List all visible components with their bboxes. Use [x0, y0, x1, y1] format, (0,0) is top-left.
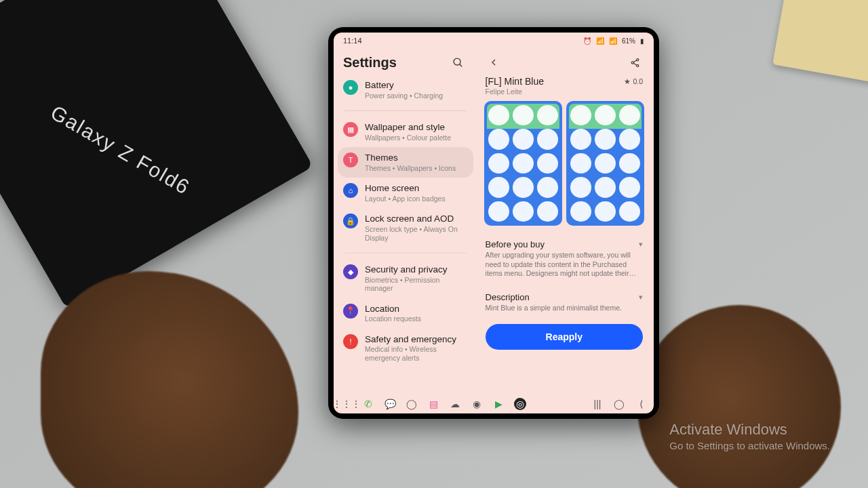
chevron-down-icon[interactable]: ▾: [639, 240, 643, 249]
wood-block: [772, 0, 868, 83]
preview-icon: [619, 105, 640, 125]
sidebar-item-label: Safety and emergency: [365, 334, 468, 345]
before-you-buy-section[interactable]: Before you buy ▾ After upgrading your sy…: [480, 232, 648, 285]
preview-icon: [619, 201, 640, 222]
preview-icon: [537, 129, 558, 149]
preview-icon: [595, 153, 616, 174]
divider: [344, 110, 467, 111]
shield-icon: ◆: [343, 264, 358, 279]
reapply-button[interactable]: Reapply: [486, 324, 643, 350]
sidebar-item-safety[interactable]: ! Safety and emergency Medical info • Wi…: [338, 329, 473, 368]
preview-icon: [488, 153, 509, 174]
taskbar: ⋮⋮⋮ ✆ 💬 ◯ ▤ ☁ ◉ ▶ ◎ ||| ◯ ⟨: [334, 394, 654, 413]
preview-icon: [488, 105, 509, 125]
theme-title: [FL] Mint Blue: [486, 76, 544, 87]
preview-icon: [513, 105, 534, 125]
theme-header-bar: [480, 49, 648, 75]
nav-recents-icon[interactable]: |||: [591, 398, 604, 410]
wifi-icon: 📶: [596, 37, 604, 45]
settings-header: Settings: [334, 49, 477, 75]
sidebar-item-sub: Medical info • Wireless emergency alerts: [365, 345, 468, 362]
section-body: Mint Blue is a simple and minimalist the…: [486, 304, 643, 317]
preview-icon: [595, 201, 616, 222]
themes-icon: T: [343, 152, 358, 167]
browser-app-icon[interactable]: ◯: [406, 398, 418, 410]
location-icon: 📍: [343, 304, 358, 319]
sidebar-item-label: Security and privacy: [365, 264, 468, 275]
settings-list[interactable]: ● Battery Power saving • Charging ▦ Wall…: [334, 75, 477, 394]
svg-line-5: [633, 60, 637, 62]
sidebar-item-lock-screen[interactable]: 🔒 Lock screen and AOD Screen lock type •…: [338, 208, 473, 247]
sidebar-labels: Location Location requests: [365, 304, 421, 323]
sidebar-item-sub: Wallpapers • Colour palette: [365, 134, 451, 142]
sidebar-item-sub: Themes • Wallpapers • Icons: [365, 164, 456, 173]
preview-icon: [537, 153, 558, 174]
preview-icon: [537, 105, 558, 125]
page-title: Settings: [343, 55, 397, 70]
preview-icon: [595, 129, 616, 149]
sidebar-labels: Battery Power saving • Charging: [365, 80, 443, 100]
lock-icon: 🔒: [343, 214, 358, 228]
notes-app-icon[interactable]: ▤: [427, 398, 439, 410]
nav-home-icon[interactable]: ◯: [613, 398, 625, 410]
split-panes: Settings ● Battery Power saving • Chargi…: [334, 49, 654, 394]
preview-icon: [537, 201, 558, 222]
sidebar-item-battery[interactable]: ● Battery Power saving • Charging: [338, 75, 473, 105]
messages-app-icon[interactable]: 💬: [384, 398, 396, 410]
status-icons: ⏰ 📶 📶 61% ▮: [580, 37, 644, 45]
preview-icon: [570, 201, 591, 222]
sidebar-item-location[interactable]: 📍 Location Location requests: [338, 298, 473, 329]
camera-app-icon[interactable]: ◉: [471, 398, 483, 410]
product-box: Galaxy Z Fold6: [0, 0, 313, 309]
sidebar-labels: Themes Themes • Wallpapers • Icons: [365, 152, 456, 172]
back-icon[interactable]: [484, 53, 503, 72]
status-time: 11:14: [343, 37, 362, 45]
description-section[interactable]: Description ▾ Mint Blue is a simple and …: [480, 285, 648, 320]
theme-rating: ★ 0.0: [624, 77, 643, 85]
product-box-text: Galaxy Z Fold6: [47, 101, 194, 199]
hand-left: [41, 271, 298, 488]
theme-preview-2[interactable]: [566, 101, 644, 226]
theme-preview-1[interactable]: [484, 101, 562, 226]
weather-app-icon[interactable]: ☁: [449, 398, 461, 410]
themes-app-icon[interactable]: ◎: [514, 398, 526, 410]
sidebar-item-sub: Power saving • Charging: [365, 92, 443, 100]
sidebar-item-sub: Layout • App icon badges: [365, 195, 446, 203]
sidebar-item-security[interactable]: ◆ Security and privacy Biometrics • Perm…: [338, 259, 473, 298]
preview-icon: [595, 105, 616, 125]
sidebar-item-sub: Screen lock type • Always On Display: [365, 225, 468, 242]
sidebar-item-wallpaper[interactable]: ▦ Wallpaper and style Wallpapers • Colou…: [338, 117, 473, 147]
chevron-down-icon[interactable]: ▾: [639, 293, 643, 302]
preview-icon: [537, 177, 558, 197]
preview-icon: [513, 153, 534, 174]
preview-icon: [513, 201, 534, 222]
preview-icon: [513, 129, 534, 149]
sidebar-item-themes[interactable]: T Themes Themes • Wallpapers • Icons: [338, 147, 473, 178]
watermark-line1: Activate Windows: [669, 421, 830, 439]
preview-icon: [619, 129, 640, 149]
sidebar-item-label: Location: [365, 304, 421, 314]
battery-icon: ●: [343, 80, 358, 95]
section-title: Before you buy: [486, 239, 545, 249]
signal-icon: 📶: [609, 37, 617, 45]
screen: 11:14 ⏰ 📶 📶 61% ▮ Settings: [334, 33, 654, 413]
phone-frame: 11:14 ⏰ 📶 📶 61% ▮ Settings: [328, 27, 659, 419]
theme-previews[interactable]: [480, 100, 648, 232]
apps-grid-icon[interactable]: ⋮⋮⋮: [340, 398, 353, 410]
nav-back-icon[interactable]: ⟨: [635, 398, 647, 410]
sidebar-item-home-screen[interactable]: ⌂ Home screen Layout • App icon badges: [338, 178, 473, 208]
preview-icon: [570, 153, 591, 174]
wallpaper-icon: ▦: [343, 122, 358, 137]
phone-app-icon[interactable]: ✆: [362, 398, 374, 410]
taskbar-apps: ⋮⋮⋮ ✆ 💬 ◯ ▤ ☁ ◉ ▶ ◎: [340, 398, 526, 410]
play-store-icon[interactable]: ▶: [492, 398, 505, 410]
search-icon[interactable]: [449, 53, 468, 72]
preview-icon: [488, 129, 509, 149]
hand-right: [637, 305, 841, 488]
preview-icon: [619, 153, 640, 174]
preview-icon: [570, 129, 591, 149]
share-icon[interactable]: [625, 53, 644, 72]
sidebar-item-sub: Location requests: [365, 314, 421, 323]
preview-icon: [619, 177, 640, 197]
sidebar-item-label: Themes: [365, 152, 456, 163]
